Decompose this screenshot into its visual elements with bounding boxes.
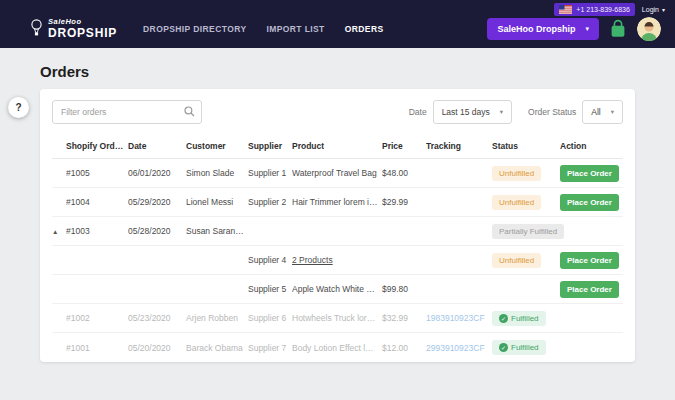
date-cell: 05/28/2020 [128,226,186,236]
action-cell: Place Order [560,281,623,298]
price-cell: $99.80 [382,284,426,294]
order-id-cell: #1004 [66,197,128,207]
help-button[interactable]: ? [8,97,29,118]
login-label: Login [642,6,659,13]
column-header: Date [128,141,186,151]
status-badge: Unfulfilled [492,195,541,210]
column-header: Supplier [248,141,292,151]
page-title: Orders [40,63,675,80]
table-header-row: Shopify Order IDDateCustomerSupplierProd… [52,133,623,159]
nav-import-list[interactable]: IMPORT LIST [266,24,324,34]
main-content: Orders ? Date Last 15 days ▾ Order Statu… [0,63,675,362]
supplier-cell: Supplier 2 [248,197,292,207]
phone-chip[interactable]: +1 213-839-6836 [554,3,635,16]
date-cell: 06/01/2020 [128,168,186,178]
orders-card: Date Last 15 days ▾ Order Status All ▾ S… [40,89,635,362]
product-cell: Hair Trimmer lorem ips... [292,197,382,207]
supplier-cell: Supplier 1 [248,168,292,178]
order-id-cell: #1003 [66,226,128,236]
order-row: #100105/20/2020Barack ObamaSupplier 7Bod… [52,333,623,362]
store-selector-label: SaleHoo Dropship [497,24,575,34]
customer-cell: Lionel Messi [186,197,248,207]
cart-icon[interactable] [609,19,627,39]
tracking-link[interactable]: 2993910923CF [426,343,492,353]
product-cell: Waterproof Travel Bag [292,168,382,178]
price-cell: $48.00 [382,168,426,178]
order-id-cell: #1002 [66,313,128,323]
check-icon: ✓ [499,314,508,323]
order-id-cell: #1005 [66,168,128,178]
price-cell: $29.99 [382,197,426,207]
action-cell: Place Order [560,194,623,211]
logo-text: SaleHoo DROPSHIP [48,18,117,39]
place-order-button[interactable]: Place Order [560,194,619,211]
filter-orders-search [52,100,202,124]
nav-orders[interactable]: ORDERS [345,24,384,34]
action-cell: Place Order [560,252,623,269]
phone-number: +1 213-839-6836 [576,6,630,13]
order-row: #100405/29/2020Lionel MessiSupplier 2Hai… [52,188,623,217]
order-row: #100506/01/2020Simon SladeSupplier 1Wate… [52,159,623,188]
top-header: +1 213-839-6836 Login ▾ SaleHoo DROPSHIP… [0,0,675,48]
chevron-down-icon: ▾ [662,6,665,13]
balloon-icon [30,19,43,39]
order-id-cell: #1001 [66,343,128,353]
status-cell: Unfulfilled [492,195,560,210]
status-cell: Partially Fulfilled [492,224,560,239]
status-badge: ✓Fulfilled [492,311,546,326]
product-cell: Hotwheels Truck lorem... [292,313,382,323]
chevron-down-icon: ▾ [500,108,503,116]
order-sub-row: Supplier 42 ProductsUnfulfilledPlace Ord… [52,246,623,275]
order-row: ▲#100305/28/2020Susan SarandonPartially … [52,217,623,246]
supplier-cell: Supplier 4 [248,255,292,265]
us-flag-icon [559,5,572,14]
order-status-value: All [591,107,600,117]
order-status-dropdown[interactable]: All ▾ [582,100,623,124]
status-cell: Unfulfilled [492,166,560,181]
column-header: Customer [186,141,248,151]
chevron-down-icon: ▾ [611,108,614,116]
date-filter-value: Last 15 days [442,107,490,117]
customer-cell: Simon Slade [186,168,248,178]
date-filter-label: Date [409,107,427,117]
column-header: Action [560,141,623,151]
tracking-link[interactable]: 1983910923CF [426,313,492,323]
date-cell: 05/20/2020 [128,343,186,353]
header-right: SaleHoo Dropship ▾ [487,17,661,41]
status-cell: ✓Fulfilled [492,340,560,355]
product-cell: Apple Watch White Larg... [292,284,382,294]
search-input[interactable] [52,100,202,124]
avatar[interactable] [637,17,661,41]
customer-cell: Arjen Robben [186,313,248,323]
column-header: Status [492,141,560,151]
column-header: Product [292,141,382,151]
product-link[interactable]: 2 Products [292,255,382,265]
status-cell: Unfulfilled [492,253,560,268]
supplier-cell: Supplier 6 [248,313,292,323]
status-badge: ✓Fulfilled [492,340,546,355]
product-cell: Body Lotion Effect lore... [292,343,382,353]
supplier-cell: Supplier 5 [248,284,292,294]
login-button[interactable]: Login ▾ [642,6,665,13]
column-header: Tracking [426,141,492,151]
customer-cell: Barack Obama [186,343,248,353]
nav-dropship-directory[interactable]: DROPSHIP DIRECTORY [143,24,246,34]
column-header: Price [382,141,426,151]
place-order-button[interactable]: Place Order [560,165,619,182]
status-badge: Unfulfilled [492,166,541,181]
logo[interactable]: SaleHoo DROPSHIP [30,18,117,39]
date-filter-dropdown[interactable]: Last 15 days ▾ [433,100,512,124]
status-cell: ✓Fulfilled [492,311,560,326]
collapse-caret-icon[interactable]: ▲ [52,228,66,235]
place-order-button[interactable]: Place Order [560,252,619,269]
price-cell: $12.00 [382,343,426,353]
customer-cell: Susan Sarandon [186,226,248,236]
date-cell: 05/29/2020 [128,197,186,207]
action-cell: Place Order [560,165,623,182]
column-header: Shopify Order ID [66,141,128,151]
status-badge: Partially Fulfilled [492,224,564,239]
place-order-button[interactable]: Place Order [560,281,619,298]
order-row: #100205/23/2020Arjen RobbenSupplier 6Hot… [52,304,623,333]
store-selector-button[interactable]: SaleHoo Dropship ▾ [487,18,599,40]
search-icon [184,106,195,117]
